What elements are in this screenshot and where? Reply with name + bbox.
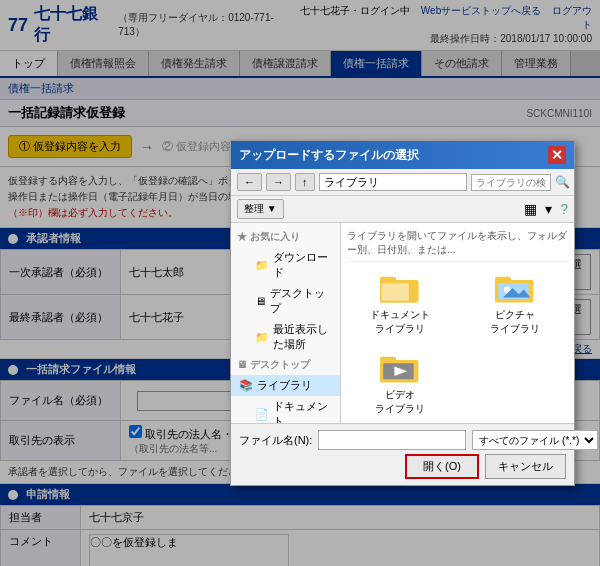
document-library-item[interactable]: ドキュメントライブラリ: [347, 268, 454, 340]
picture-label: ピクチャライブラリ: [490, 308, 540, 336]
svg-rect-3: [382, 283, 409, 301]
favorites-group: ★ お気に入り: [231, 227, 340, 247]
search-icon: 🔍: [555, 175, 570, 189]
document-label: ドキュメントライブラリ: [370, 308, 430, 336]
dialog-sidebar: ★ お気に入り 📁 ダウンロード 🖥 デスクトップ 📁 最近表示した場所 🖥 デ…: [231, 223, 341, 423]
view-icon: ▦: [524, 201, 537, 217]
picture-library-item[interactable]: ピクチャライブラリ: [462, 268, 569, 340]
dialog-main: ライブラリを開いてファイルを表示し、フォルダー別、日付別、または... ドキュメ…: [341, 223, 574, 423]
video-label: ビデオライブラリ: [375, 388, 425, 416]
dialog-title: アップロードするファイルの選択: [239, 147, 419, 164]
library-icon: 📚: [239, 379, 253, 392]
cancel-button[interactable]: キャンセル: [485, 454, 566, 479]
dialog-close-button[interactable]: ✕: [548, 146, 566, 164]
view-icon2: ▾: [545, 201, 552, 217]
search-input[interactable]: [471, 174, 551, 191]
dialog-toolbar: ← → ↑ 🔍: [231, 169, 574, 196]
file-dialog: アップロードするファイルの選択 ✕ ← → ↑ 🔍 整理 ▼ ▦ ▾ ? ★ お…: [230, 140, 575, 486]
download-icon: 📁: [255, 259, 269, 272]
desktop-icon1: 🖥: [255, 295, 266, 307]
nav-back-button[interactable]: ←: [237, 173, 262, 191]
sidebar-item-download[interactable]: 📁 ダウンロード: [231, 247, 340, 283]
video-library-item[interactable]: ビデオライブラリ: [347, 348, 454, 420]
sidebar-item-documents[interactable]: 📄 ドキュメント: [231, 396, 340, 423]
sidebar-item-recent[interactable]: 📁 最近表示した場所: [231, 319, 340, 355]
dialog-action-bar: 整理 ▼ ▦ ▾ ?: [231, 196, 574, 223]
video-folder-icon: [380, 352, 420, 384]
dialog-titlebar: アップロードするファイルの選択 ✕: [231, 141, 574, 169]
organize-button[interactable]: 整理 ▼: [237, 199, 284, 219]
picture-folder-icon: [495, 272, 535, 304]
library-description: ライブラリを開いてファイルを表示し、フォルダー別、日付別、または...: [347, 229, 568, 262]
svg-rect-5: [495, 277, 511, 283]
document-folder-icon: [380, 272, 420, 304]
filename-label: ファイル名(N):: [239, 433, 312, 448]
recent-icon: 📁: [255, 331, 269, 344]
dialog-action-buttons: 開く(O) キャンセル: [239, 454, 566, 479]
filename-row: ファイル名(N): すべてのファイル (*.*): [239, 430, 566, 450]
svg-rect-10: [380, 357, 396, 363]
help-icon: ?: [560, 201, 568, 217]
doc-icon: 📄: [255, 408, 269, 421]
open-button[interactable]: 開く(O): [405, 454, 479, 479]
nav-up-button[interactable]: ↑: [295, 173, 315, 191]
sidebar-item-library[interactable]: 📚 ライブラリ: [231, 375, 340, 396]
library-items: ドキュメントライブラリ ピクチャライブラリ: [347, 268, 568, 420]
filetype-select[interactable]: すべてのファイル (*.*): [472, 430, 598, 450]
desktop-group: 🖥 デスクトップ: [231, 355, 340, 375]
nav-fwd-button[interactable]: →: [266, 173, 291, 191]
filename-input[interactable]: [318, 430, 466, 450]
dialog-body: ★ お気に入り 📁 ダウンロード 🖥 デスクトップ 📁 最近表示した場所 🖥 デ…: [231, 223, 574, 423]
sidebar-item-desktop1[interactable]: 🖥 デスクトップ: [231, 283, 340, 319]
dialog-footer: ファイル名(N): すべてのファイル (*.*) 開く(O) キャンセル: [231, 423, 574, 485]
location-input[interactable]: [319, 173, 467, 191]
